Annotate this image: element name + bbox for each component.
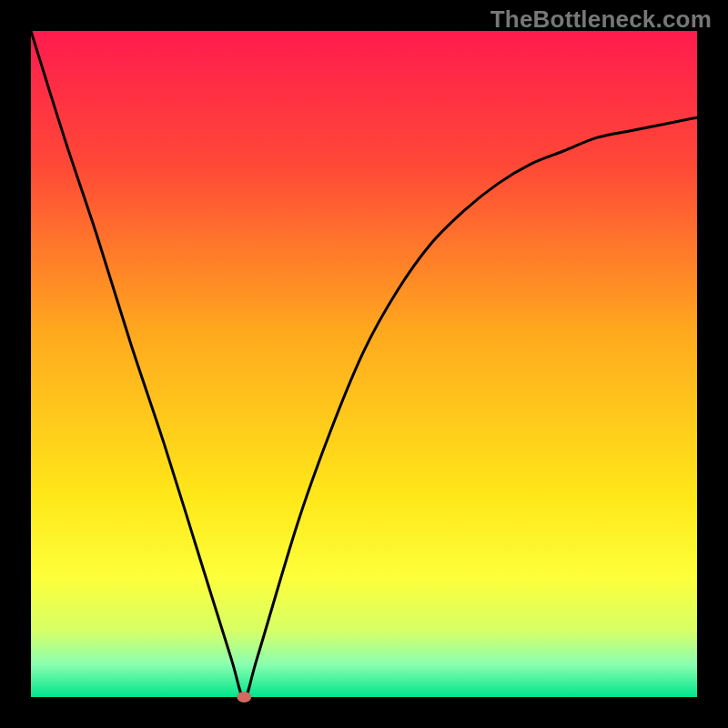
chart-frame: TheBottleneck.com — [0, 0, 728, 728]
chart-svg — [0, 0, 728, 728]
optimal-point-marker — [237, 692, 251, 703]
plot-background — [31, 31, 697, 697]
watermark-text: TheBottleneck.com — [490, 5, 712, 34]
